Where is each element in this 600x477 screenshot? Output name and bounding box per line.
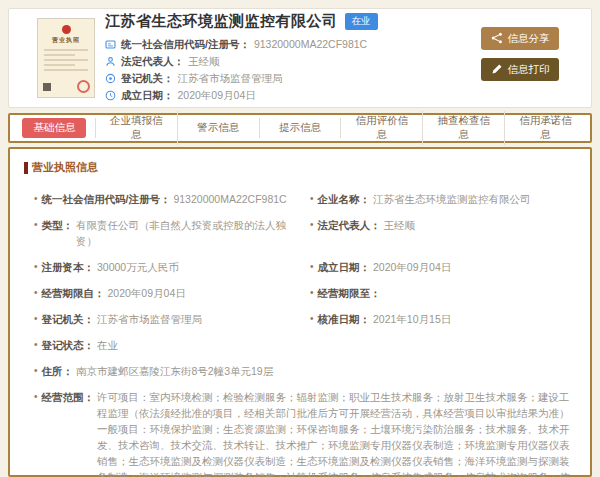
header-field-label: 法定代表人： [121,53,184,70]
license-field-9: 核准日期：2021年10月15日 [310,311,576,327]
license-field-2: 类型：有限责任公司（非自然人投资或控股的法人独资） [34,217,300,249]
license-field-value: 2020年09月04日 [373,259,451,275]
tab-3[interactable]: 提示信息 [260,118,342,138]
license-field-label: 经营范围： [42,389,95,477]
license-field-label: 注册资本： [42,259,95,275]
national-emblem-icon [62,25,71,34]
license-fields-grid: 统一社会信用代码/注册号：91320000MA22CF981C企业名称：江苏省生… [34,191,576,477]
info-share-label: 信息分享 [508,32,550,46]
header-field-0: 统一社会信用代码/注册号：91320000MA22CF981C [105,36,481,53]
license-field-7: 经营期限至： [310,285,576,301]
license-field-value: 2020年09月04日 [108,285,186,301]
license-field-label: 核准日期： [318,311,371,327]
license-field-12: 经营范围：许可项目：室内环境检测；检验检测服务；辐射监测；职业卫生技术服务；放射… [34,389,576,477]
license-field-label: 企业名称： [318,191,371,207]
tab-label: 信用评价信息 [341,111,422,145]
header-field-2: 登记机关：江苏省市场监督管理局 [105,70,481,87]
clock-icon [105,90,117,102]
license-field-label: 登记状态： [42,337,95,353]
license-field-label: 经营期限自： [42,285,105,301]
section-marker-bar [24,162,28,174]
tab-1[interactable]: 企业填报信息 [96,111,178,145]
id-card-icon [105,39,117,51]
header-field-label: 统一社会信用代码/注册号： [121,36,250,53]
tab-label: 警示信息 [186,118,250,138]
header-fields: 统一社会信用代码/注册号：91320000MA22CF981C法定代表人：王经顺… [105,36,481,104]
license-thumb-title: 营业执照 [38,36,94,45]
license-field-6: 经营期限自：2020年09月04日 [34,285,300,301]
tab-4[interactable]: 信用评价信息 [341,111,423,145]
license-field-3: 法定代表人：王经顺 [310,217,576,249]
tab-label: 提示信息 [268,118,332,138]
share-icon [491,32,503,46]
info-share-button[interactable]: 信息分享 [481,27,559,50]
tab-label: 信用承诺信息 [505,111,586,145]
company-header-card: 营业执照 江苏省生态环境监测监控有限公司 在业 统一社会信用代码/注册号：913… [8,8,592,108]
header-field-value: 2020年09月04日 [178,87,256,104]
license-qr-mark [43,83,51,91]
header-field-value: 王经顺 [188,53,220,70]
location-icon [105,73,117,85]
license-field-10: 登记状态：在业 [34,337,576,353]
info-print-button[interactable]: 信息打印 [481,58,559,81]
tab-label: 企业填报信息 [96,111,177,145]
license-field-11: 住所：南京市建邺区嘉陵江东街8号2幢3单元19层 [34,363,576,379]
license-thumb-lines [44,49,88,71]
header-field-label: 登记机关： [121,70,174,87]
company-summary: 江苏省生态环境监测监控有限公司 在业 统一社会信用代码/注册号：91320000… [105,12,481,104]
license-field-label: 统一社会信用代码/注册号： [42,191,171,207]
license-field-value: 有限责任公司（非自然人投资或控股的法人独资） [76,217,300,249]
license-field-label: 登记机关： [42,311,95,327]
header-buttons: 信息分享 信息打印 [481,27,559,81]
header-field-value: 江苏省市场监督管理局 [178,70,283,87]
tab-5[interactable]: 抽查检查信息 [423,111,505,145]
header-field-1: 法定代表人：王经顺 [105,53,481,70]
license-section-title: 营业执照信息 [32,160,98,175]
license-section-header: 营业执照信息 [24,160,576,175]
company-name: 江苏省生态环境监测监控有限公司 [105,12,338,31]
license-field-value: 30000万元人民币 [97,259,179,275]
tab-0[interactable]: 基础信息 [14,118,96,138]
license-field-value: 91320000MA22CF981C [173,191,286,207]
license-field-5: 成立日期：2020年09月04日 [310,259,576,275]
tab-label: 抽查检查信息 [423,111,504,145]
header-field-label: 成立日期： [121,87,174,104]
license-field-label: 类型： [42,217,74,249]
tab-bar: 基础信息企业填报信息警示信息提示信息信用评价信息抽查检查信息信用承诺信息 [8,113,592,143]
license-field-label: 住所： [42,363,74,379]
license-field-value: 在业 [97,337,118,353]
license-field-value: 江苏省市场监督管理局 [97,311,202,327]
person-icon [105,56,117,68]
license-field-value: 王经顺 [384,217,416,249]
status-badge: 在业 [345,13,378,30]
main-content-box: 营业执照信息 统一社会信用代码/注册号：91320000MA22CF981C企业… [8,147,592,477]
tab-6[interactable]: 信用承诺信息 [505,111,586,145]
license-field-value: 2021年10月15日 [373,311,451,327]
license-field-value: 南京市建邺区嘉陵江东街8号2幢3单元19层 [76,363,273,379]
business-license-thumbnail[interactable]: 营业执照 [37,18,95,98]
license-field-1: 企业名称：江苏省生态环境监测监控有限公司 [310,191,576,207]
header-field-3: 成立日期：2020年09月04日 [105,87,481,104]
pencil-icon [491,63,503,77]
license-field-value: 江苏省生态环境监测监控有限公司 [373,191,531,207]
license-field-label: 经营期限至： [318,285,381,301]
license-field-8: 登记机关：江苏省市场监督管理局 [34,311,300,327]
red-seal-icon [77,80,90,93]
license-field-value: 许可项目：室内环境检测；检验检测服务；辐射监测；职业卫生技术服务；放射卫生技术服… [97,389,576,477]
license-field-label: 法定代表人： [318,217,381,249]
tab-2[interactable]: 警示信息 [178,118,260,138]
license-field-0: 统一社会信用代码/注册号：91320000MA22CF981C [34,191,300,207]
header-field-value: 91320000MA22CF981C [254,36,367,53]
tab-label: 基础信息 [22,118,86,138]
license-field-4: 注册资本：30000万元人民币 [34,259,300,275]
license-field-label: 成立日期： [318,259,371,275]
info-print-label: 信息打印 [508,63,550,77]
